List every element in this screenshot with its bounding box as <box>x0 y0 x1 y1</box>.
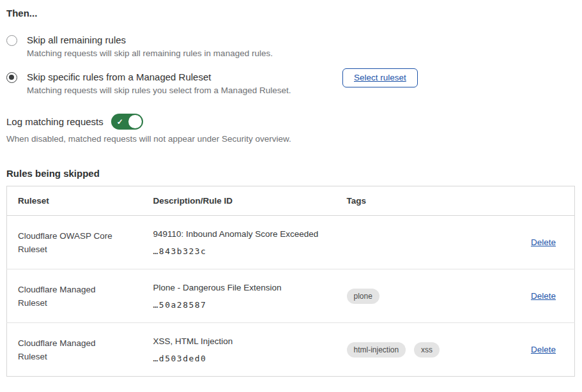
column-header-tags: Tags <box>336 186 499 216</box>
option-skip-specific-rules: Skip specific rules from a Managed Rules… <box>6 71 574 96</box>
then-heading: Then... <box>6 8 574 19</box>
tag-badge: plone <box>347 289 379 304</box>
column-header-description: Description/Rule ID <box>142 186 336 216</box>
ruleset-name: Cloudflare Managed Ruleset <box>7 269 142 323</box>
delete-link[interactable]: Delete <box>531 237 556 247</box>
column-header-ruleset: Ruleset <box>7 186 142 216</box>
ruleset-name: Cloudflare Managed Ruleset <box>7 323 142 377</box>
rules-skipped-table: Ruleset Description/Rule ID Tags Cloudfl… <box>6 186 575 377</box>
rule-id: …d503ded0 <box>153 354 326 363</box>
option-skip-all-rules: Skip all remaining rules Matching reques… <box>6 34 574 59</box>
check-icon: ✓ <box>117 117 123 127</box>
select-ruleset-button[interactable]: Select ruleset <box>342 68 418 87</box>
delete-link[interactable]: Delete <box>531 345 556 354</box>
option-skip-specific-label[interactable]: Skip specific rules from a Managed Rules… <box>27 71 332 83</box>
option-skip-specific-description: Matching requests will skip rules you se… <box>27 86 332 96</box>
option-skip-all-label[interactable]: Skip all remaining rules <box>27 34 332 46</box>
ruleset-name: Cloudflare OWASP Core Ruleset <box>7 216 142 269</box>
log-matching-toggle[interactable]: ✓ <box>111 114 143 130</box>
radio-skip-specific-rules[interactable] <box>6 72 17 83</box>
delete-link[interactable]: Delete <box>531 291 556 301</box>
table-row: Cloudflare OWASP Core Ruleset 949110: In… <box>7 216 575 269</box>
rule-description: XSS, HTML Injection <box>153 336 326 347</box>
tags-cell: plone <box>336 269 499 323</box>
rule-id: …843b323c <box>153 246 326 256</box>
tags-cell <box>336 216 499 269</box>
log-matching-row: Log matching requests ✓ <box>6 114 574 130</box>
rule-description: Plone - Dangerous File Extension <box>153 282 326 293</box>
rules-skipped-heading: Rules being skipped <box>6 168 574 179</box>
rule-id: …50a28587 <box>153 300 326 310</box>
waf-rule-action-panel: Then... Skip all remaining rules Matchin… <box>0 0 582 389</box>
table-row: Cloudflare Managed Ruleset Plone - Dange… <box>7 269 575 323</box>
log-matching-label: Log matching requests <box>6 116 103 128</box>
log-matching-description: When disabled, matched requests will not… <box>6 134 574 144</box>
tag-badge: html-injection <box>347 342 406 358</box>
column-header-actions <box>499 186 575 216</box>
table-header-row: Ruleset Description/Rule ID Tags <box>7 186 575 216</box>
toggle-knob <box>128 115 142 128</box>
table-row: Cloudflare Managed Ruleset XSS, HTML Inj… <box>7 323 575 377</box>
option-skip-all-description: Matching requests will skip all remainin… <box>27 49 332 59</box>
tag-badge: xss <box>414 342 440 358</box>
rule-description: 949110: Inbound Anomaly Score Exceeded <box>153 229 326 239</box>
radio-skip-all-rules[interactable] <box>6 35 17 46</box>
tags-cell: html-injection xss <box>336 323 499 377</box>
